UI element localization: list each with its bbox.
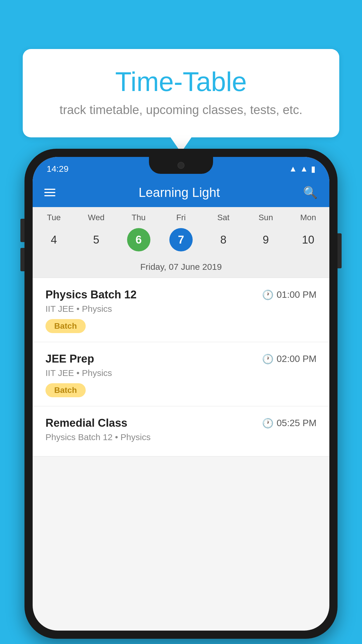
schedule-sub-2: IIT JEE • Physics [45, 368, 317, 378]
schedule-title-2: JEE Prep [45, 353, 94, 365]
search-icon[interactable]: 🔍 [303, 186, 318, 200]
day-name-wed: Wed [78, 213, 115, 222]
schedule-item-2[interactable]: JEE Prep 🕐 02:00 PM IIT JEE • Physics Ba… [33, 342, 329, 406]
volume-down-button[interactable] [20, 248, 24, 271]
phone-mockup: 14:29 ▲ ▲ ▮ Learning Light 🔍 [24, 149, 338, 639]
volume-up-button[interactable] [20, 219, 24, 242]
schedule-time-1: 🕐 01:00 PM [262, 289, 317, 300]
day-name-sat: Sat [205, 213, 242, 222]
day-name-sun: Sun [247, 213, 284, 222]
schedule-sub-3: Physics Batch 12 • Physics [45, 432, 317, 442]
calendar-header: Tue Wed Thu Fri Sat Sun Mon 4 5 6 7 8 9 … [33, 207, 329, 278]
phone-notch [149, 157, 213, 174]
clock-icon-1: 🕐 [262, 289, 274, 300]
bubble-title: Time-Table [34, 66, 328, 97]
schedule-list: Physics Batch 12 🕐 01:00 PM IIT JEE • Ph… [33, 278, 329, 456]
batch-badge-2: Batch [45, 383, 86, 397]
wifi-icon: ▲ [289, 164, 297, 174]
day-name-tue: Tue [36, 213, 72, 222]
bubble-subtitle: track timetable, upcoming classes, tests… [34, 103, 328, 117]
day-8[interactable]: 8 [212, 228, 235, 251]
schedule-item-3[interactable]: Remedial Class 🕐 05:25 PM Physics Batch … [33, 406, 329, 456]
schedule-title-1: Physics Batch 12 [45, 288, 137, 301]
batch-badge-1: Batch [45, 319, 86, 333]
selected-date-label: Friday, 07 June 2019 [33, 257, 329, 278]
day-numbers-row[interactable]: 4 5 6 7 8 9 10 [33, 225, 329, 257]
signal-icon: ▲ [300, 164, 308, 174]
phone-screen: 14:29 ▲ ▲ ▮ Learning Light 🔍 [33, 157, 329, 631]
day-5[interactable]: 5 [85, 228, 108, 251]
day-9[interactable]: 9 [254, 228, 277, 251]
day-4[interactable]: 4 [42, 228, 66, 251]
clock-icon-2: 🕐 [262, 354, 274, 365]
day-name-mon: Mon [290, 213, 326, 222]
power-button[interactable] [338, 233, 342, 268]
menu-button[interactable] [44, 189, 55, 196]
schedule-time-3: 🕐 05:25 PM [262, 418, 317, 429]
day-name-fri: Fri [163, 213, 199, 222]
app-bar: Learning Light 🔍 [33, 178, 329, 207]
day-names-row: Tue Wed Thu Fri Sat Sun Mon [33, 207, 329, 225]
speech-bubble: Time-Table track timetable, upcoming cla… [23, 49, 339, 137]
clock-icon-3: 🕐 [262, 418, 274, 429]
schedule-title-3: Remedial Class [45, 417, 127, 429]
schedule-sub-1: IIT JEE • Physics [45, 304, 317, 314]
front-camera [178, 162, 184, 169]
day-10[interactable]: 10 [296, 228, 320, 251]
app-title: Learning Light [64, 185, 294, 200]
status-icons: ▲ ▲ ▮ [289, 164, 315, 174]
status-time: 14:29 [47, 164, 68, 174]
schedule-item-1[interactable]: Physics Batch 12 🕐 01:00 PM IIT JEE • Ph… [33, 278, 329, 342]
day-name-thu: Thu [120, 213, 157, 222]
schedule-time-2: 🕐 02:00 PM [262, 354, 317, 365]
day-7-selected[interactable]: 7 [169, 228, 193, 251]
battery-icon: ▮ [311, 164, 315, 174]
day-6-today[interactable]: 6 [127, 228, 150, 251]
